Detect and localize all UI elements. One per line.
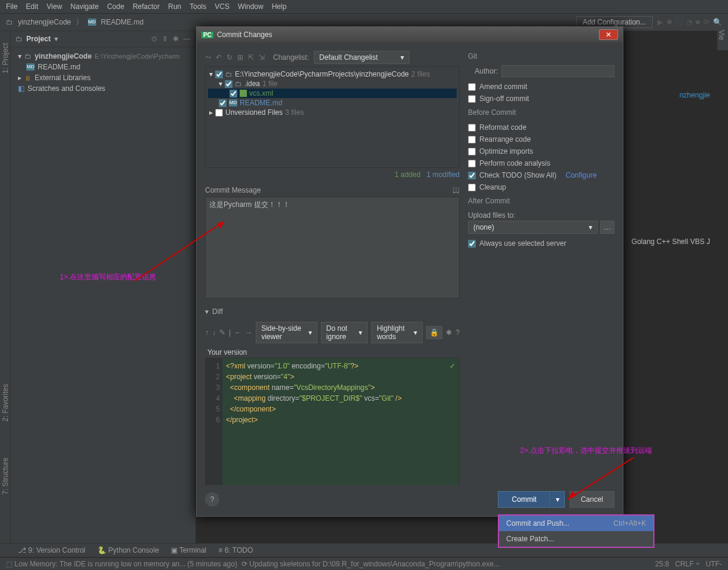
changelist-dropdown[interactable]: Default Changelist▾ xyxy=(314,51,409,64)
history-icon[interactable]: 🕮 xyxy=(452,186,460,194)
stop-icon[interactable]: ■ xyxy=(696,18,700,26)
menu-help[interactable]: Help xyxy=(272,2,287,11)
breadcrumb-project[interactable]: yinzhengjieCode xyxy=(18,18,71,26)
run-icon[interactable]: ▶ xyxy=(657,18,663,26)
analysis-checkbox[interactable] xyxy=(468,160,476,167)
upload-dropdown[interactable]: (none)▾ xyxy=(468,221,598,234)
tab-project[interactable]: 1: Project xyxy=(1,43,10,74)
coverage-icon[interactable]: ⬚ xyxy=(676,18,683,26)
profile-icon[interactable]: ◔ xyxy=(686,18,692,26)
highlight-dropdown[interactable]: Highlight words▾ xyxy=(371,322,423,343)
undo-icon[interactable]: ↶ xyxy=(216,53,222,62)
tree-root[interactable]: ▾ 🗀 yinzhengjieCode E:\YinzhengjieCode\P… xyxy=(14,51,192,62)
breadcrumb-file[interactable]: README.md xyxy=(101,18,143,26)
help-icon[interactable]: ? xyxy=(455,328,460,337)
reformat-checkbox[interactable] xyxy=(468,124,476,132)
ignore-dropdown[interactable]: Do not ignore▾ xyxy=(321,322,368,343)
checkbox[interactable] xyxy=(225,80,233,88)
author-input[interactable] xyxy=(501,65,614,77)
expand-icon[interactable]: ▾ xyxy=(209,70,213,78)
menu-navigate[interactable]: Navigate xyxy=(71,2,99,11)
expand-icon[interactable]: ▸ xyxy=(209,108,213,117)
diff-code-area[interactable]: 1 2 3 4 5 6 ✓ <?xml version="1.0" encodi… xyxy=(205,358,460,485)
menu-run[interactable]: Run xyxy=(168,2,181,11)
browse-button[interactable]: … xyxy=(600,221,614,234)
hide-icon[interactable]: — xyxy=(183,35,191,43)
layout-icon[interactable]: ⊞ xyxy=(237,53,243,62)
tree-item[interactable]: ▸ ⫼ External Libraries xyxy=(14,72,192,83)
edit-icon[interactable]: ✎ xyxy=(219,328,225,337)
tree-row[interactable]: ▸ Unversioned Files 3 files xyxy=(208,108,457,117)
tab-structure[interactable]: 7: Structure xyxy=(1,458,10,495)
expand-all-icon[interactable]: ⇱ xyxy=(248,53,254,62)
prev-file-icon[interactable]: ← xyxy=(234,328,241,337)
tab-todo[interactable]: ≡ 6: TODO xyxy=(218,546,253,554)
collapse-all-icon[interactable]: ⇲ xyxy=(259,53,265,62)
expand-icon[interactable]: ▾ xyxy=(205,307,209,316)
prev-diff-icon[interactable]: ↑ xyxy=(205,328,209,337)
menu-file[interactable]: File xyxy=(6,2,17,11)
menu-window[interactable]: Window xyxy=(238,2,264,11)
content-link[interactable]: nzhengjie xyxy=(680,91,710,99)
right-tab[interactable]: Vie xyxy=(717,26,726,40)
menu-vcs[interactable]: VCS xyxy=(215,2,230,11)
select-opened-icon[interactable]: ⊙ xyxy=(151,35,157,43)
cursor-position: 25:8 xyxy=(655,560,669,568)
debug-icon[interactable]: ✱ xyxy=(666,18,672,26)
tab-version-control[interactable]: ⎇ 9: Version Control xyxy=(18,546,85,554)
tree-root-name: yinzhengjieCode xyxy=(35,52,91,60)
expand-icon[interactable]: ▸ xyxy=(18,74,22,82)
tab-terminal[interactable]: ▣ Terminal xyxy=(171,546,206,554)
menu-code[interactable]: Code xyxy=(107,2,124,11)
menu-view[interactable]: View xyxy=(47,2,62,11)
optimize-checkbox[interactable] xyxy=(468,148,476,156)
gear-icon[interactable]: ✱ xyxy=(173,35,179,43)
checkbox[interactable] xyxy=(219,99,227,107)
menu-refactor[interactable]: Refactor xyxy=(133,2,160,11)
redo-icon[interactable]: ↻ xyxy=(227,53,233,62)
commit-and-push-item[interactable]: Commit and Push...Ctrl+Alt+K xyxy=(499,516,653,531)
gear-icon[interactable]: ✱ xyxy=(446,328,452,337)
collapse-icon[interactable]: ⇕ xyxy=(162,35,168,43)
amend-checkbox[interactable] xyxy=(468,83,476,91)
rearrange-checkbox[interactable] xyxy=(468,136,476,144)
menu-edit[interactable]: Edit xyxy=(26,2,38,11)
encoding[interactable]: UTF- xyxy=(706,560,722,568)
lock-icon[interactable]: 🔒 xyxy=(426,326,442,339)
tree-row[interactable]: ▾ 🗀 E:\YinzhengjieCode\PycharmProjects\y… xyxy=(208,69,457,79)
configure-link[interactable]: Configure xyxy=(565,171,597,179)
tree-item[interactable]: ◧ Scratches and Consoles xyxy=(14,83,192,94)
tree-row[interactable]: MD README.md xyxy=(208,98,457,108)
svg-marker-1 xyxy=(217,221,224,228)
viewer-dropdown[interactable]: Side-by-side viewer▾ xyxy=(256,322,317,343)
menu-tools[interactable]: Tools xyxy=(189,2,206,11)
commit-message-input[interactable] xyxy=(205,197,460,298)
always-server-checkbox[interactable] xyxy=(468,240,476,248)
checkbox[interactable] xyxy=(230,90,237,97)
checkbox[interactable] xyxy=(215,71,223,78)
create-patch-item[interactable]: Create Patch... xyxy=(499,531,653,547)
close-button[interactable]: ✕ xyxy=(599,29,618,40)
expand-icon[interactable]: ▾ xyxy=(219,80,222,88)
line-separator[interactable]: CRLF ÷ xyxy=(675,560,699,568)
refresh-icon[interactable]: ⤳ xyxy=(205,53,211,62)
signoff-checkbox[interactable] xyxy=(468,95,476,103)
update-icon[interactable]: ⟳ xyxy=(703,18,709,26)
dialog-titlebar[interactable]: PC Commit Changes ✕ xyxy=(197,27,623,42)
tab-favorites[interactable]: 2: Favorites xyxy=(1,384,10,422)
tree-item[interactable]: MD README.md xyxy=(14,62,192,72)
cleanup-checkbox[interactable] xyxy=(468,184,476,191)
chevron-down-icon[interactable]: ▾ xyxy=(54,35,58,43)
menu-bar: File Edit View Navigate Code Refactor Ru… xyxy=(0,0,728,14)
tab-python-console[interactable]: 🐍 Python Console xyxy=(97,546,159,554)
expand-icon[interactable]: ▾ xyxy=(18,52,22,60)
help-button[interactable]: ? xyxy=(205,492,219,507)
tree-row[interactable]: vcs.xml xyxy=(208,89,457,98)
search-icon[interactable]: 🔍 xyxy=(713,18,722,26)
checkbox[interactable] xyxy=(215,109,223,117)
next-diff-icon[interactable]: ↓ xyxy=(212,328,216,337)
commit-button[interactable]: Commit xyxy=(498,491,550,508)
tree-row[interactable]: ▾ 🗀 .idea 1 file xyxy=(208,79,457,89)
next-file-icon[interactable]: → xyxy=(245,328,252,337)
todo-checkbox[interactable] xyxy=(468,172,476,179)
